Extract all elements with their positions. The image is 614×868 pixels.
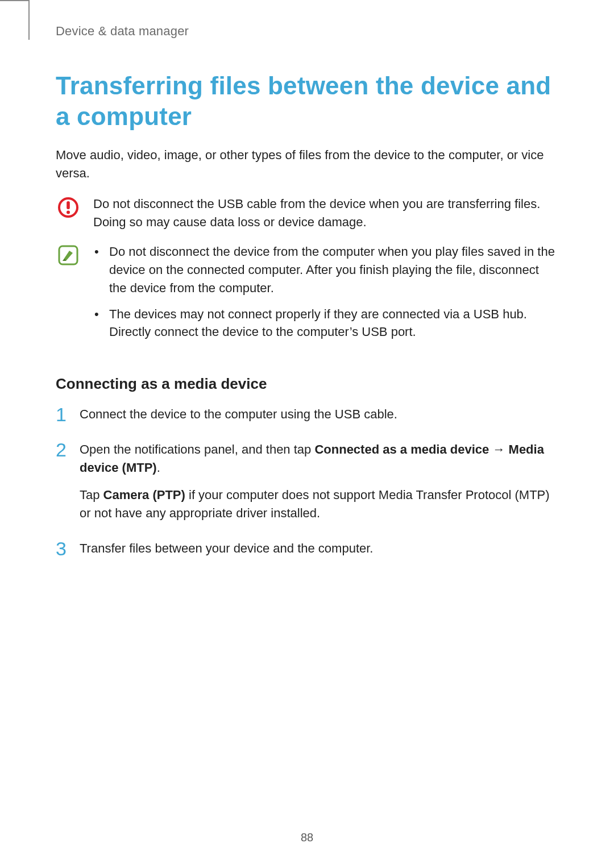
step-2: 2 Open the notifications panel, and then… [56, 441, 558, 522]
caution-text: Do not disconnect the USB cable from the… [93, 195, 558, 231]
note-callout: Do not disconnect the device from the co… [56, 243, 558, 349]
step-2-bold-1: Connected as a media device [314, 442, 489, 456]
step-number-2: 2 [56, 436, 67, 464]
step-number-1: 1 [56, 401, 67, 429]
subheading: Connecting as a media device [56, 375, 558, 393]
svg-point-2 [67, 211, 70, 214]
step-2p2-bold: Camera (PTP) [103, 488, 185, 502]
steps-list: 1 Connect the device to the computer usi… [56, 405, 558, 557]
step-1-text: Connect the device to the computer using… [80, 405, 558, 423]
page-title: Transferring files between the device an… [56, 70, 558, 131]
corner-rule-horizontal [0, 0, 28, 1]
svg-rect-1 [67, 201, 70, 209]
corner-rule-vertical [28, 0, 30, 40]
note-bullet-2: The devices may not connect properly if … [93, 305, 558, 342]
step-3-text: Transfer files between your device and t… [80, 539, 558, 558]
step-2p2-pre: Tap [80, 488, 103, 502]
intro-paragraph: Move audio, video, image, or other types… [56, 146, 558, 182]
page-number: 88 [0, 831, 614, 844]
step-2-post: . [157, 460, 160, 475]
note-icon [56, 243, 81, 349]
step-2-para-2: Tap Camera (PTP) if your computer does n… [80, 486, 558, 522]
step-2-pre: Open the notifications panel, and then t… [80, 442, 314, 456]
caution-icon [56, 195, 81, 231]
caution-callout: Do not disconnect the USB cable from the… [56, 195, 558, 231]
step-1: 1 Connect the device to the computer usi… [56, 405, 558, 423]
manual-page: Device & data manager Transferring files… [0, 0, 614, 868]
arrow-icon: → [489, 442, 508, 456]
note-bullet-1: Do not disconnect the device from the co… [93, 243, 558, 297]
step-number-3: 3 [56, 535, 67, 563]
note-bullet-list: Do not disconnect the device from the co… [93, 243, 558, 341]
step-2-text: Open the notifications panel, and then t… [80, 441, 558, 477]
section-header: Device & data manager [56, 24, 558, 39]
note-text: Do not disconnect the device from the co… [93, 243, 558, 349]
step-3: 3 Transfer files between your device and… [56, 539, 558, 558]
